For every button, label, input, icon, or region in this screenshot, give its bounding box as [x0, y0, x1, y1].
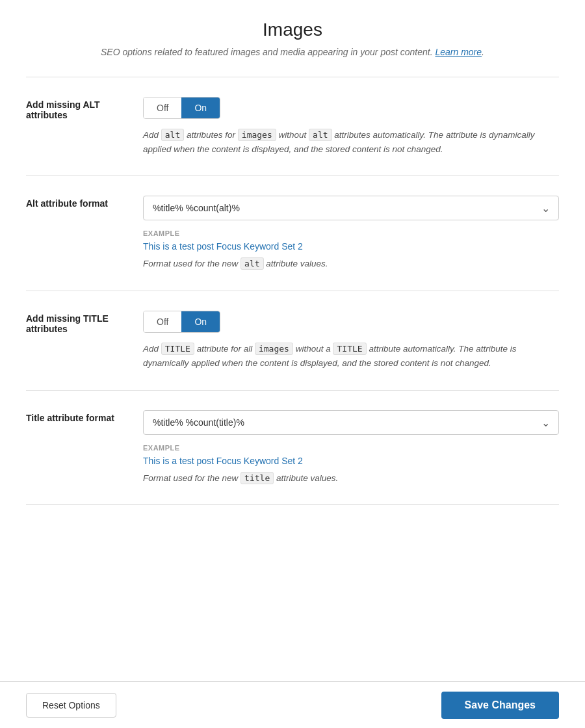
- toggle-title-attributes[interactable]: Off On: [143, 311, 220, 333]
- setting-title-format: Title attribute format %title% %count(ti…: [26, 391, 559, 506]
- code-title-3: title: [240, 472, 274, 484]
- reset-options-button[interactable]: Reset Options: [26, 693, 116, 718]
- setting-label-alt-format: Alt attribute format: [26, 196, 143, 209]
- title-format-select-wrapper: %title% %count(title)% ⌄: [143, 410, 559, 435]
- setting-label-title-format: Title attribute format: [26, 410, 143, 423]
- code-images-1: images: [238, 129, 276, 141]
- setting-content-alt-format: %title% %count(alt)% ⌄ EXAMPLE This is a…: [143, 196, 559, 271]
- title-format-example-label: EXAMPLE: [143, 444, 559, 452]
- setting-add-missing-alt: Add missing ALT attributes Off On Add al…: [26, 77, 559, 176]
- toggle-on-alt[interactable]: On: [181, 98, 220, 118]
- save-changes-button[interactable]: Save Changes: [441, 692, 559, 719]
- alt-format-description: Format used for the new alt attribute va…: [143, 257, 559, 271]
- learn-more-link[interactable]: Learn more: [435, 47, 482, 57]
- setting-label-add-missing-alt: Add missing ALT attributes: [26, 97, 143, 120]
- title-format-example-link[interactable]: This is a test post Focus Keyword Set 2: [143, 456, 559, 466]
- title-toggle-description: Add TITLE attribute for all images witho…: [143, 342, 559, 370]
- toggle-off-title[interactable]: Off: [144, 311, 181, 332]
- setting-alt-format: Alt attribute format %title% %count(alt)…: [26, 176, 559, 291]
- setting-content-add-missing-title: Off On Add TITLE attribute for all image…: [143, 311, 559, 370]
- setting-label-add-missing-title: Add missing TITLE attributes: [26, 311, 143, 334]
- alt-format-example-label: EXAMPLE: [143, 229, 559, 237]
- alt-format-example-link[interactable]: This is a test post Focus Keyword Set 2: [143, 241, 559, 252]
- setting-content-add-missing-alt: Off On Add alt attributes for images wit…: [143, 97, 559, 156]
- title-format-select[interactable]: %title% %count(title)%: [143, 410, 559, 435]
- code-title-1: TITLE: [161, 343, 194, 355]
- code-alt-3: alt: [240, 257, 263, 270]
- setting-content-title-format: %title% %count(title)% ⌄ EXAMPLE This is…: [143, 410, 559, 486]
- alt-format-select-wrapper: %title% %count(alt)% ⌄: [143, 196, 559, 220]
- toggle-off-alt[interactable]: Off: [144, 98, 181, 118]
- page-subtitle: SEO options related to featured images a…: [26, 47, 559, 57]
- code-alt-2: alt: [309, 129, 332, 141]
- alt-toggle-description: Add alt attributes for images without al…: [143, 128, 559, 156]
- setting-add-missing-title: Add missing TITLE attributes Off On Add …: [26, 291, 559, 390]
- alt-format-select[interactable]: %title% %count(alt)%: [143, 196, 559, 220]
- toggle-alt-attributes[interactable]: Off On: [143, 97, 220, 119]
- title-format-description: Format used for the new title attribute …: [143, 471, 559, 486]
- code-alt-1: alt: [161, 129, 184, 141]
- code-title-2: TITLE: [333, 343, 366, 355]
- footer-bar: Reset Options Save Changes: [0, 681, 585, 728]
- page-title: Images: [26, 20, 559, 40]
- code-images-2: images: [255, 343, 293, 355]
- toggle-on-title[interactable]: On: [181, 311, 220, 332]
